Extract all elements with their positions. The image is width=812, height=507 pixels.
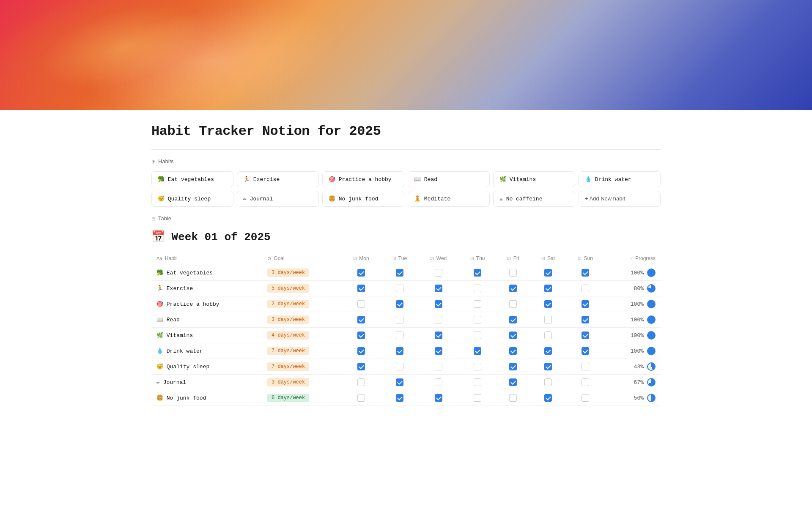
habit-tue-cell[interactable] [381,265,419,281]
habit-sat-cell[interactable] [530,328,566,343]
habit-thu-cell[interactable] [459,390,497,406]
habit-card-no-caffeine[interactable]: ☕ No caffeine [493,191,575,207]
checkbox-fri[interactable] [509,316,517,323]
habit-card-practice-hobby[interactable]: 🎯 Practice a hobby [322,171,404,187]
habit-fri-cell[interactable] [497,281,530,296]
checkbox-sun[interactable] [582,316,589,323]
habit-wed-cell[interactable] [418,296,458,312]
habit-thu-cell[interactable] [459,312,497,328]
habit-mon-cell[interactable] [341,296,381,312]
habit-mon-cell[interactable] [341,390,381,406]
checkbox-tue[interactable] [396,347,403,355]
checkbox-sun[interactable] [582,347,589,355]
checkbox-mon[interactable] [357,332,365,339]
checkbox-wed[interactable] [435,332,442,339]
habit-sat-cell[interactable] [530,312,566,328]
checkbox-sun[interactable] [582,394,589,402]
checkbox-sat[interactable] [544,363,552,370]
habit-sun-cell[interactable] [566,281,605,296]
habit-fri-cell[interactable] [497,296,530,312]
habit-tue-cell[interactable] [381,296,419,312]
checkbox-mon[interactable] [357,347,365,355]
checkbox-tue[interactable] [396,378,403,386]
habit-mon-cell[interactable] [341,281,381,296]
habit-tue-cell[interactable] [381,390,419,406]
habit-sun-cell[interactable] [566,390,605,406]
habit-card-drink-water[interactable]: 💧 Drink water [579,171,661,187]
habit-fri-cell[interactable] [497,265,530,281]
habit-thu-cell[interactable] [459,343,497,359]
checkbox-sun[interactable] [582,300,589,308]
checkbox-mon[interactable] [357,285,365,292]
checkbox-mon[interactable] [357,300,365,308]
checkbox-wed[interactable] [435,316,442,323]
habit-sat-cell[interactable] [530,265,566,281]
habit-card-journal[interactable]: ✏️ Journal [237,191,319,207]
habit-thu-cell[interactable] [459,359,497,375]
habit-card-exercise[interactable]: 🏃 Exercise [237,171,319,187]
checkbox-sat[interactable] [544,285,552,292]
checkbox-wed[interactable] [435,300,442,308]
checkbox-wed[interactable] [435,347,442,355]
habit-sat-cell[interactable] [530,359,566,375]
checkbox-sun[interactable] [582,285,589,292]
habit-thu-cell[interactable] [459,265,497,281]
habit-fri-cell[interactable] [497,390,530,406]
habit-sun-cell[interactable] [566,359,605,375]
checkbox-thu[interactable] [474,347,481,355]
habit-wed-cell[interactable] [418,343,458,359]
habit-wed-cell[interactable] [418,375,458,390]
habit-wed-cell[interactable] [418,265,458,281]
habit-tue-cell[interactable] [381,343,419,359]
checkbox-fri[interactable] [509,363,517,370]
checkbox-fri[interactable] [509,332,517,339]
habit-sun-cell[interactable] [566,328,605,343]
checkbox-mon[interactable] [357,394,365,402]
checkbox-thu[interactable] [474,285,481,292]
checkbox-tue[interactable] [396,269,403,277]
habit-mon-cell[interactable] [341,375,381,390]
checkbox-mon[interactable] [357,316,365,323]
habit-wed-cell[interactable] [418,312,458,328]
checkbox-thu[interactable] [474,332,481,339]
habit-fri-cell[interactable] [497,312,530,328]
habit-mon-cell[interactable] [341,328,381,343]
habit-sun-cell[interactable] [566,265,605,281]
habit-sun-cell[interactable] [566,343,605,359]
habit-sun-cell[interactable] [566,296,605,312]
habit-wed-cell[interactable] [418,328,458,343]
checkbox-wed[interactable] [435,378,442,386]
checkbox-fri[interactable] [509,285,517,292]
habit-sun-cell[interactable] [566,375,605,390]
checkbox-sat[interactable] [544,269,552,277]
checkbox-tue[interactable] [396,363,403,370]
checkbox-thu[interactable] [474,378,481,386]
habit-wed-cell[interactable] [418,359,458,375]
habit-card-quality-sleep[interactable]: 😴 Quality sleep [151,191,233,207]
habit-thu-cell[interactable] [459,375,497,390]
checkbox-fri[interactable] [509,300,517,308]
checkbox-tue[interactable] [396,300,403,308]
checkbox-tue[interactable] [396,332,403,339]
habit-sat-cell[interactable] [530,375,566,390]
checkbox-wed[interactable] [435,394,442,402]
checkbox-sat[interactable] [544,316,552,323]
habit-wed-cell[interactable] [418,390,458,406]
checkbox-tue[interactable] [396,394,403,402]
habit-mon-cell[interactable] [341,265,381,281]
habit-tue-cell[interactable] [381,281,419,296]
habit-mon-cell[interactable] [341,312,381,328]
habit-card-add-new[interactable]: + Add New habit [579,191,661,207]
checkbox-mon[interactable] [357,378,365,386]
habit-card-vitamins[interactable]: 🌿 Vitamins [493,171,575,187]
habit-tue-cell[interactable] [381,375,419,390]
checkbox-mon[interactable] [357,269,365,277]
checkbox-wed[interactable] [435,269,442,277]
checkbox-sat[interactable] [544,300,552,308]
checkbox-sat[interactable] [544,394,552,402]
checkbox-sun[interactable] [582,269,589,277]
checkbox-fri[interactable] [509,378,517,386]
habit-thu-cell[interactable] [459,296,497,312]
habit-sat-cell[interactable] [530,281,566,296]
checkbox-sat[interactable] [544,378,552,386]
